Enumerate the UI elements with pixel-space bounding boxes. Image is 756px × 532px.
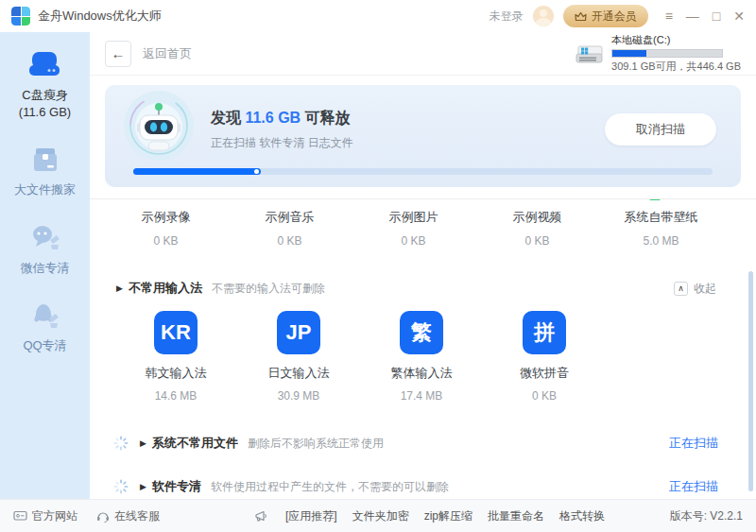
cancel-scan-button[interactable]: 取消扫描	[605, 113, 716, 146]
input-method-tiles: KR 韩文输入法 14.6 MB JP 日文输入法 30.9 MB 繁 繁体输入…	[114, 311, 606, 403]
collapse-button[interactable]: ∧ 收起	[674, 281, 716, 297]
section-subtitle: 软件使用过程中产生的文件，不需要的可以删除	[211, 479, 449, 495]
login-status[interactable]: 未登录	[490, 9, 524, 25]
c-drive-icon	[27, 51, 61, 79]
expand-triangle-icon[interactable]: ▶	[140, 482, 146, 491]
input-method-label: 繁体输入法	[391, 365, 453, 382]
official-website-link[interactable]: 官方网站	[13, 508, 77, 524]
input-method-japanese[interactable]: JP 日文输入法 30.9 MB	[237, 311, 360, 403]
sidebar-item-label: QQ专清	[23, 337, 66, 354]
item-label: 示例录像	[104, 209, 228, 226]
expand-triangle-icon[interactable]: ▶	[140, 438, 146, 448]
menu-icon[interactable]: ≡	[665, 9, 673, 23]
sidebar-item-big-file-move[interactable]: 大文件搬家	[14, 146, 76, 198]
input-method-label: 韩文输入法	[146, 365, 207, 382]
partial-checkmark-icon	[649, 198, 661, 200]
section-software-clean[interactable]: ▶ 软件专清 软件使用过程中产生的文件，不需要的可以删除 正在扫描	[113, 473, 718, 499]
section-title: 软件专清	[152, 478, 201, 495]
scan-result-list: 示例录像 0 KB 示例音乐 0 KB 示例图片 0 KB 示例视频 0 KB …	[90, 198, 756, 499]
list-item[interactable]: 系统自带壁纸 5.0 MB	[599, 209, 723, 248]
item-size: 5.0 MB	[599, 234, 723, 248]
scanning-status: 正在扫描	[669, 478, 718, 495]
scan-summary: 发现 11.6 GB 可释放 正在扫描 软件专清 日志文件	[211, 109, 353, 151]
footer-tool[interactable]: 批量重命名	[488, 508, 544, 524]
vip-label: 开通会员	[592, 9, 637, 25]
sidebar-item-label: 大文件搬家	[14, 181, 76, 198]
input-method-pinyin[interactable]: 拼 微软拼音 0 KB	[483, 311, 606, 403]
scan-progress-fill	[133, 168, 261, 175]
sidebar: C盘瘦身(11.6 GB) 大文件搬家 微信专清 QQ专清	[0, 32, 90, 499]
box-icon	[30, 146, 60, 174]
titlebar-right: 未登录 开通会员 ≡ — □ ✕	[490, 5, 745, 27]
found-line: 发现 11.6 GB 可释放	[211, 109, 353, 129]
monitor-icon	[13, 510, 27, 523]
item-label: 示例图片	[352, 209, 475, 226]
disk-usage-bar	[611, 49, 723, 58]
list-item[interactable]: 示例图片 0 KB	[352, 209, 475, 248]
disk-name: 本地磁盘(C:)	[611, 33, 741, 47]
back-button[interactable]: ←	[105, 41, 131, 67]
robot-icon	[122, 89, 196, 163]
input-method-size: 17.4 MB	[401, 389, 443, 403]
input-method-badge: KR	[154, 311, 198, 354]
sidebar-item-label: C盘瘦身(11.6 GB)	[19, 87, 71, 121]
item-label: 示例视频	[475, 209, 599, 226]
app-window: 金舟Windows优化大师 未登录 开通会员 ≡ — □ ✕ C盘瘦身(11	[0, 0, 756, 532]
spinner-icon	[113, 436, 129, 451]
section-title: 系统不常用文件	[152, 435, 238, 452]
scan-progress-track	[133, 168, 713, 175]
collapse-label: 收起	[694, 281, 716, 297]
version-label: 版本号: V2.2.1	[670, 508, 743, 524]
avatar[interactable]	[533, 6, 554, 26]
sidebar-item-qq-clean[interactable]: QQ专清	[23, 301, 66, 354]
item-label: 示例音乐	[228, 209, 352, 226]
open-vip-button[interactable]: 开通会员	[563, 5, 648, 27]
input-method-traditional[interactable]: 繁 繁体输入法 17.4 MB	[360, 311, 483, 403]
footer-tools: [应用推荐] 文件夹加密 zip解压缩 批量重命名 格式转换	[254, 508, 605, 524]
window-controls: ≡ — □ ✕	[665, 9, 745, 23]
close-icon[interactable]: ✕	[733, 9, 745, 23]
footer-tool[interactable]: 格式转换	[559, 508, 605, 524]
list-item[interactable]: 示例录像 0 KB	[104, 209, 228, 248]
maximize-icon[interactable]: □	[713, 9, 720, 23]
minimize-icon[interactable]: —	[686, 9, 699, 23]
input-method-size: 30.9 MB	[278, 389, 320, 403]
found-size: 11.6 GB	[245, 110, 301, 126]
chevron-up-icon: ∧	[674, 282, 688, 296]
input-method-badge: 繁	[400, 311, 443, 354]
scrollbar-thumb[interactable]	[748, 271, 753, 491]
content-header: ← 返回首页 本地磁盘(C:) 309.1 GB可用，共446.4 GB	[90, 32, 756, 76]
sample-files-row: 示例录像 0 KB 示例音乐 0 KB 示例图片 0 KB 示例视频 0 KB …	[104, 209, 723, 248]
footer-link-label: 在线客服	[114, 508, 160, 524]
disk-meta: 本地磁盘(C:) 309.1 GB可用，共446.4 GB	[611, 33, 741, 74]
input-method-label: 微软拼音	[520, 365, 569, 382]
scan-progress-dot	[254, 169, 259, 174]
expand-triangle-icon[interactable]: ▶	[116, 283, 123, 293]
online-support-link[interactable]: 在线客服	[96, 508, 160, 524]
disk-usage-text: 309.1 GB可用，共446.4 GB	[611, 60, 741, 74]
input-method-size: 14.6 MB	[155, 389, 198, 403]
item-size: 0 KB	[475, 234, 599, 248]
crown-icon	[575, 11, 587, 22]
sidebar-item-c-drive-slim[interactable]: C盘瘦身(11.6 GB)	[19, 51, 71, 121]
wechat-clean-icon	[29, 224, 61, 252]
footer-link-label: 官方网站	[32, 508, 77, 524]
sidebar-item-label: 微信专清	[21, 260, 70, 277]
disk-usage-fill	[612, 50, 646, 57]
spinner-icon	[113, 479, 129, 494]
section-subtitle: 删除后不影响系统正常使用	[248, 436, 384, 452]
section-title: 不常用输入法	[129, 280, 202, 297]
list-item[interactable]: 示例音乐 0 KB	[228, 209, 352, 248]
footer-tool[interactable]: 文件夹加密	[352, 508, 409, 524]
section-system-unused-files[interactable]: ▶ 系统不常用文件 删除后不影响系统正常使用 正在扫描	[113, 430, 718, 456]
item-size: 0 KB	[352, 234, 475, 248]
qq-clean-icon	[28, 301, 60, 330]
item-label: 系统自带壁纸	[599, 209, 723, 226]
main-content: ← 返回首页 本地磁盘(C:) 309.1 GB可用，共446.4 GB	[90, 32, 756, 499]
list-item[interactable]: 示例视频 0 KB	[475, 209, 599, 248]
back-home-label[interactable]: 返回首页	[143, 45, 192, 62]
footer-tool[interactable]: zip解压缩	[424, 508, 472, 524]
sidebar-item-wechat-clean[interactable]: 微信专清	[21, 224, 70, 277]
footer-tool[interactable]: [应用推荐]	[285, 508, 337, 524]
input-method-korean[interactable]: KR 韩文输入法 14.6 MB	[114, 311, 237, 403]
